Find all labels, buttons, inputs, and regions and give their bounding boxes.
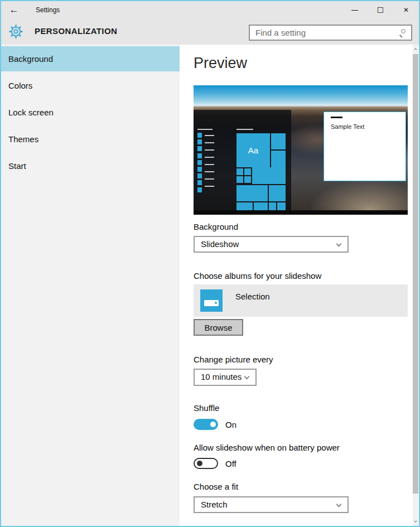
start-tile	[254, 202, 268, 210]
sidebar-item-themes[interactable]: Themes	[1, 127, 180, 152]
background-label: Background	[194, 222, 238, 231]
fit-dropdown[interactable]: Stretch	[194, 496, 349, 513]
chevron-down-icon	[336, 502, 342, 507]
minimize-icon: —	[351, 6, 358, 14]
search-box	[249, 25, 412, 41]
preview-app-list-text	[205, 135, 214, 193]
scrollbar-thumb[interactable]	[413, 54, 418, 494]
start-tile	[236, 176, 243, 183]
start-tile	[236, 185, 268, 201]
start-tile	[269, 185, 286, 201]
sidebar-item-start[interactable]: Start	[1, 153, 180, 178]
browse-button[interactable]: Browse	[194, 319, 243, 336]
battery-toggle[interactable]	[194, 458, 218, 469]
start-tile	[269, 202, 276, 210]
fit-dropdown-value: Stretch	[201, 500, 228, 509]
scrollbar-down-button[interactable]	[413, 517, 418, 526]
maximize-button[interactable]: ☐	[368, 1, 393, 19]
settings-window: ← Settings — ☐ ✕	[0, 0, 420, 527]
page-header: PERSONALIZATION	[1, 19, 419, 45]
battery-state: Off	[225, 459, 236, 468]
close-button[interactable]: ✕	[393, 1, 419, 19]
preview-app-list-icons	[197, 133, 202, 194]
fit-label: Choose a fit	[194, 482, 238, 491]
preview-menu-line	[197, 129, 213, 130]
sample-window-titlebar-dash	[331, 117, 342, 118]
start-tile	[244, 176, 251, 183]
preview-taskbar	[194, 210, 408, 215]
start-tile	[277, 202, 286, 210]
scrollbar	[413, 45, 418, 526]
sidebar-item-lock-screen[interactable]: Lock screen	[1, 100, 180, 125]
interval-label: Change picture every	[194, 355, 273, 364]
start-tile	[244, 168, 251, 175]
preview-menu-line	[236, 129, 253, 130]
shuffle-label: Shuffle	[194, 403, 219, 413]
sidebar-item-background[interactable]: Background	[1, 46, 180, 71]
body: Background Colors Lock screen Themes Sta…	[1, 45, 419, 526]
chevron-down-icon	[244, 374, 250, 380]
start-tile	[236, 168, 243, 175]
titlebar: ← Settings — ☐ ✕	[1, 1, 419, 19]
background-dropdown-value: Slideshow	[201, 239, 239, 249]
albums-label: Choose albums for your slideshow	[194, 271, 321, 281]
chevron-up-icon	[414, 48, 417, 51]
start-tile	[252, 167, 286, 184]
interval-dropdown-value: 10 minutes	[201, 372, 242, 381]
minimize-button[interactable]: —	[342, 1, 368, 19]
chevron-down-icon	[414, 519, 417, 523]
scrollbar-up-button[interactable]	[413, 45, 418, 54]
sidebar: Background Colors Lock screen Themes Sta…	[1, 45, 180, 526]
preview-image: Aa Sample Text	[194, 85, 408, 215]
preview-sample-window: Sample Text	[324, 112, 406, 181]
window-title: Settings	[36, 6, 60, 14]
search-icon[interactable]	[399, 29, 407, 36]
back-arrow-icon: ←	[9, 4, 19, 16]
chevron-down-icon	[336, 241, 342, 247]
main-content: Preview Aa	[180, 45, 419, 526]
browse-button-label: Browse	[204, 323, 232, 332]
start-tile	[271, 133, 286, 149]
preview-heading: Preview	[194, 55, 247, 72]
page-title: PERSONALIZATION	[35, 26, 117, 36]
window-controls: — ☐ ✕	[342, 1, 419, 19]
sidebar-item-colors[interactable]: Colors	[1, 73, 180, 98]
start-tile	[236, 202, 253, 210]
battery-label: Allow slideshow when on battery power	[194, 443, 340, 452]
start-tile-aa: Aa	[236, 133, 270, 167]
back-button[interactable]: ←	[1, 1, 27, 19]
toggle-knob	[210, 422, 216, 427]
toggle-knob	[197, 461, 202, 466]
shuffle-state: On	[225, 420, 236, 429]
maximize-icon: ☐	[377, 6, 384, 14]
start-tile	[271, 151, 286, 167]
close-icon: ✕	[403, 6, 409, 14]
album-name: Selection	[235, 292, 270, 301]
interval-dropdown[interactable]: 10 minutes	[194, 369, 257, 386]
album-folder-icon	[200, 289, 223, 312]
album-item-selection[interactable]: Selection	[194, 284, 408, 317]
search-input[interactable]	[250, 26, 411, 40]
background-dropdown[interactable]: Slideshow	[194, 236, 349, 253]
sample-window-text: Sample Text	[331, 123, 364, 130]
gear-icon	[8, 24, 23, 39]
shuffle-toggle[interactable]	[194, 419, 218, 430]
